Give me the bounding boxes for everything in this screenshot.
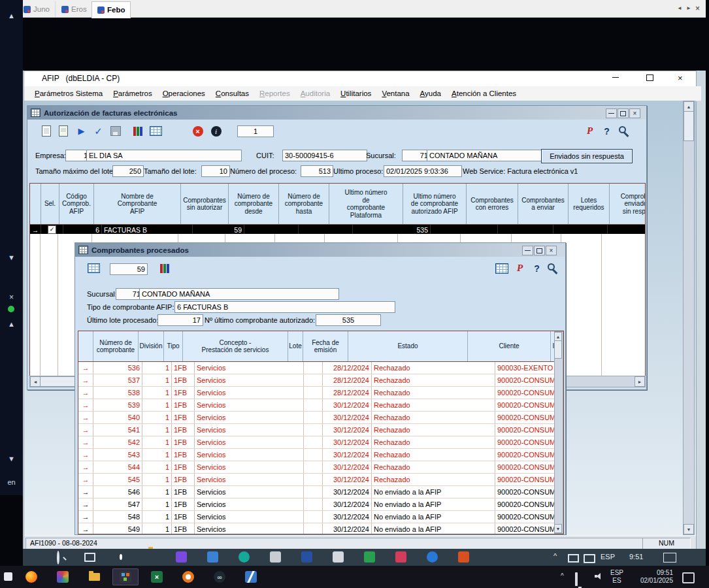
- table-row[interactable]: →54611FBServicios30/12/2024No enviado a …: [78, 486, 563, 498]
- table-row[interactable]: →54711FBServicios30/12/2024No enviado a …: [78, 498, 563, 511]
- properties-icon[interactable]: [55, 123, 71, 139]
- ultimo-proceso-field[interactable]: 02/01/2025 9:03:36: [384, 165, 462, 177]
- scroll-up-icon[interactable]: ▲: [684, 101, 694, 112]
- batch-books-icon[interactable]: [129, 123, 146, 139]
- video-editor-icon[interactable]: [238, 568, 264, 585]
- tab-juno[interactable]: Juno: [18, 1, 56, 17]
- action-center-icon[interactable]: [663, 553, 676, 563]
- table-row[interactable]: →54111FBServicios30/12/2024Rechazado9000…: [78, 424, 563, 436]
- tamano-maximo-field[interactable]: 250: [112, 165, 144, 177]
- language-indicator[interactable]: ESP ES: [610, 569, 623, 585]
- scroll-up-icon[interactable]: ▲: [554, 332, 562, 341]
- notification-icon[interactable]: [682, 572, 695, 583]
- task-view-icon[interactable]: [84, 553, 95, 562]
- menu-item[interactable]: Ayuda: [415, 87, 446, 101]
- exit-icon[interactable]: [616, 123, 632, 139]
- sel-checkbox[interactable]: ✓: [48, 225, 56, 234]
- file-explorer-icon[interactable]: [81, 568, 107, 585]
- scroll-down-icon[interactable]: ▼: [554, 524, 562, 533]
- scroll-up-icon[interactable]: ▲: [0, 12, 23, 20]
- sucursal-name-field[interactable]: CONTADO MAÑANA: [427, 150, 543, 161]
- remote-manager-icon[interactable]: [112, 568, 139, 585]
- print-icon[interactable]: P: [582, 123, 598, 139]
- table-row[interactable]: →53911FBServicios30/12/2024Rechazado9000…: [78, 399, 563, 412]
- table-row[interactable]: →54411FBServicios30/12/2024Rechazado9000…: [78, 461, 563, 474]
- table-row[interactable]: →53811FBServicios28/12/2024Rechazado9000…: [78, 387, 563, 399]
- app-icon-9[interactable]: [427, 551, 438, 563]
- app-icon-10[interactable]: [458, 551, 469, 563]
- menu-item[interactable]: Ventana: [376, 87, 414, 101]
- menu-item[interactable]: Reportes: [254, 87, 295, 101]
- scroll-down-icon[interactable]: ▼: [0, 253, 23, 261]
- tab-scroll-left-icon[interactable]: ◄: [677, 5, 682, 11]
- window2-vertical-scrollbar[interactable]: ▲ ▼: [554, 331, 563, 534]
- minimize-icon[interactable]: [606, 108, 617, 118]
- menu-item[interactable]: Utilitarios: [335, 87, 376, 101]
- table-view-icon[interactable]: [493, 260, 510, 276]
- info-icon[interactable]: i: [208, 123, 224, 139]
- tab-febo[interactable]: Febo: [91, 1, 131, 18]
- numero-proceso-field[interactable]: 513: [301, 165, 333, 177]
- minimize-icon[interactable]: [612, 77, 619, 78]
- run-process-icon[interactable]: ▶: [73, 123, 90, 139]
- close-icon[interactable]: ×: [0, 293, 23, 302]
- exit-icon[interactable]: [544, 260, 561, 276]
- close-icon[interactable]: ×: [678, 73, 683, 83]
- maximize-icon[interactable]: [618, 108, 629, 118]
- table-row[interactable]: →53611FBServicios28/12/2024Rechazado9000…: [78, 362, 563, 374]
- scrollbar-thumb[interactable]: [684, 111, 694, 141]
- search-icon[interactable]: [57, 551, 59, 564]
- maximize-icon[interactable]: [646, 74, 653, 81]
- menu-item[interactable]: Consultas: [210, 87, 254, 101]
- input-indicator-icon[interactable]: [568, 554, 579, 563]
- scroll-right-icon[interactable]: ►: [635, 376, 645, 387]
- batch-books-icon[interactable]: [156, 260, 173, 276]
- checkbox-cell[interactable]: ✓: [41, 225, 63, 235]
- cuit-field[interactable]: 30-50009415-6: [282, 150, 367, 161]
- tamano-lote-field[interactable]: 10: [201, 165, 230, 177]
- close-icon[interactable]: ×: [546, 246, 557, 255]
- record-count-field[interactable]: 59: [110, 263, 148, 275]
- print-icon[interactable]: P: [512, 260, 528, 276]
- export-grid-icon[interactable]: [148, 123, 164, 139]
- clock[interactable]: 09:51 02/01/2025: [633, 569, 673, 585]
- browser-icon[interactable]: [18, 568, 44, 585]
- app-icon-4[interactable]: [270, 551, 281, 563]
- app-icon-5[interactable]: [301, 551, 312, 563]
- table-row[interactable]: →54511FBServicios30/12/2024Rechazado9000…: [78, 474, 563, 486]
- close-icon[interactable]: ×: [629, 108, 640, 118]
- display-icon[interactable]: [584, 554, 595, 563]
- table-row[interactable]: →54011FBServicios30/12/2024Rechazado9000…: [78, 412, 563, 424]
- 3d-app-icon[interactable]: [175, 568, 201, 585]
- scroll-up-icon[interactable]: ▲: [0, 320, 23, 328]
- spreadsheet-icon[interactable]: ×: [144, 568, 170, 585]
- scroll-left-icon[interactable]: ◄: [30, 376, 41, 387]
- tab-scroll-right-icon[interactable]: ►: [686, 5, 691, 11]
- enviados-sin-respuesta-button[interactable]: Enviados sin respuesta: [541, 149, 633, 163]
- graphics-app-icon[interactable]: [50, 568, 76, 585]
- menu-item[interactable]: Auditoria: [295, 87, 335, 101]
- menu-item[interactable]: Atención a Clientes: [446, 87, 521, 101]
- help-icon[interactable]: ?: [529, 260, 545, 276]
- tab-close-icon[interactable]: ×: [695, 4, 700, 13]
- app-icon-2[interactable]: [207, 551, 218, 563]
- scrollbar-thumb[interactable]: [554, 340, 562, 359]
- menu-item[interactable]: Parámetros: [108, 87, 157, 101]
- widget-icon[interactable]: [4, 572, 12, 581]
- tray-expand-icon[interactable]: ^: [553, 552, 557, 560]
- export-grid-icon[interactable]: [86, 260, 102, 276]
- process-count-field[interactable]: 1: [237, 125, 274, 137]
- recorder-icon[interactable]: ∞: [206, 568, 233, 585]
- network-icon[interactable]: [575, 572, 578, 586]
- clock[interactable]: 9:51: [629, 553, 643, 561]
- table-row[interactable]: →54911FBServicios30/12/2024No enviado a …: [78, 523, 563, 534]
- minimize-icon[interactable]: [522, 246, 533, 255]
- tab-eros[interactable]: Eros: [56, 1, 93, 17]
- scroll-down-icon[interactable]: ▼: [0, 455, 23, 463]
- language-indicator[interactable]: ESP: [601, 553, 615, 561]
- table-row[interactable]: →54311FBServicios30/12/2024Rechazado9000…: [78, 449, 563, 461]
- confirm-icon[interactable]: ✓: [90, 123, 107, 139]
- menu-item[interactable]: Parámetros Sistema: [29, 87, 108, 101]
- save-icon[interactable]: [107, 123, 124, 139]
- table-row[interactable]: →54211FBServicios30/12/2024Rechazado9000…: [78, 436, 563, 449]
